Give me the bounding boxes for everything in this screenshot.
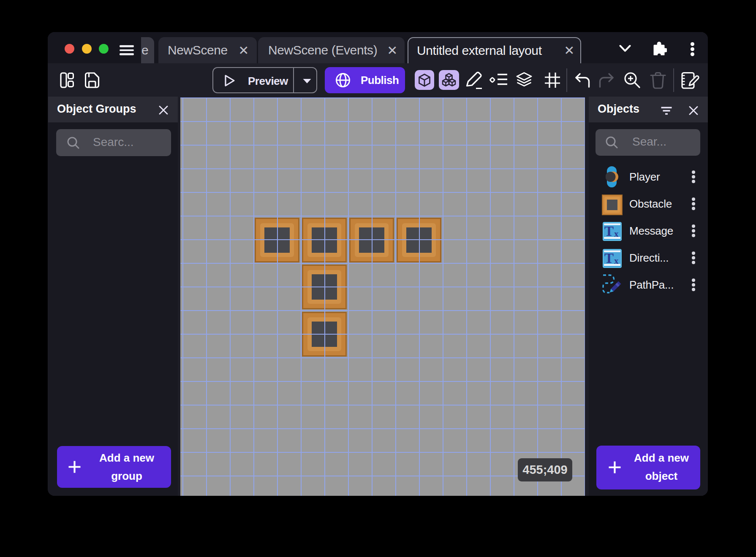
svg-text:T: T xyxy=(604,251,614,266)
svg-text:x: x xyxy=(614,256,619,266)
svg-text:T: T xyxy=(604,224,614,239)
svg-text:x: x xyxy=(614,229,619,239)
